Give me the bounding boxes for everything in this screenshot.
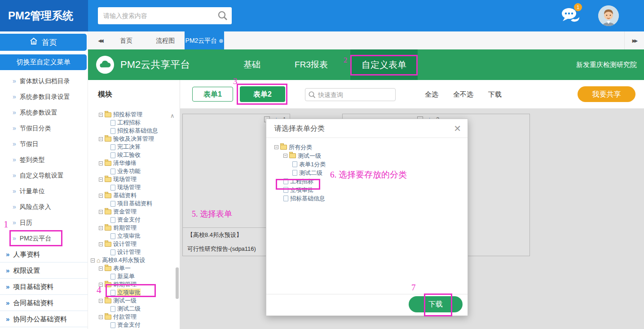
tree-node[interactable]: 新菜单 bbox=[88, 272, 180, 280]
collapse-toggle-icon[interactable]: − bbox=[283, 154, 287, 158]
modal-download-button[interactable]: 下载 bbox=[409, 296, 463, 312]
sidebar-item[interactable]: »风险点录入 bbox=[0, 199, 88, 215]
file-icon bbox=[110, 217, 115, 223]
share-button[interactable]: 我要共享 bbox=[578, 86, 635, 102]
collapse-toggle-icon[interactable]: − bbox=[99, 161, 103, 165]
tree-node[interactable]: −清华修缮 bbox=[88, 159, 180, 167]
tree-node[interactable]: 业务功能 bbox=[88, 167, 180, 175]
tree-node[interactable]: −验收及决算管理 bbox=[88, 135, 180, 143]
sidebar-item[interactable]: »自定义导航设置 bbox=[0, 168, 88, 183]
banner-nav-基础[interactable]: 基础 bbox=[238, 49, 266, 80]
tab-流程图[interactable]: 流程图 bbox=[148, 31, 182, 49]
collapse-toggle-icon[interactable]: − bbox=[99, 194, 103, 198]
tree-node[interactable]: −所有分类 bbox=[271, 143, 468, 151]
tree-node[interactable]: 竣工验收 bbox=[88, 151, 180, 159]
tab-scroll-left-icon[interactable]: ◀◀ bbox=[92, 31, 109, 49]
chat-icon[interactable]: 1 bbox=[560, 6, 581, 25]
tree-node[interactable]: 表单1分类 bbox=[271, 160, 468, 169]
tree-node-label: 现场管理 bbox=[113, 175, 137, 183]
tree-node[interactable]: 测试二级 bbox=[88, 305, 180, 313]
tree-node[interactable]: 资金支付 bbox=[88, 216, 180, 224]
collapse-toggle-icon[interactable]: − bbox=[99, 137, 103, 141]
tree-node-label: 立项审批 bbox=[290, 186, 313, 194]
tree-node[interactable]: 现场管理 bbox=[88, 183, 180, 191]
sidebar-home-button[interactable]: 首页 bbox=[0, 34, 87, 51]
collapse-toggle-icon[interactable]: − bbox=[99, 283, 103, 287]
tree-node[interactable]: 工程招标 bbox=[88, 119, 180, 127]
tree-node[interactable]: 立项审批 bbox=[88, 289, 180, 297]
sidebar-section-item[interactable]: »协同办公基础资料 bbox=[0, 311, 88, 327]
sidebar-item[interactable]: »窗体默认归档目录 bbox=[0, 73, 88, 89]
sidebar-section-item[interactable]: »权限设置 bbox=[0, 262, 88, 279]
double-chevron-icon: » bbox=[13, 156, 16, 163]
tree-node[interactable]: 工程招标 bbox=[271, 177, 468, 186]
tab-首页[interactable]: 首页 bbox=[112, 31, 140, 49]
tree-node[interactable]: 立项审批 bbox=[271, 186, 468, 194]
form1-button[interactable]: 表单1 bbox=[192, 87, 233, 102]
collapse-toggle-icon[interactable]: − bbox=[99, 242, 103, 246]
tree-node-label: 高校8.4邦永预设 bbox=[102, 256, 145, 264]
collapse-toggle-icon[interactable]: − bbox=[99, 113, 103, 117]
search-input[interactable] bbox=[103, 7, 211, 24]
sidebar-item[interactable]: »签到类型 bbox=[0, 152, 88, 168]
collapse-toggle-icon[interactable]: − bbox=[91, 258, 95, 262]
folder-icon bbox=[105, 177, 111, 182]
select-all-link[interactable]: 全选 bbox=[425, 80, 438, 109]
collapse-toggle-icon[interactable]: − bbox=[99, 267, 103, 271]
quick-search-input[interactable] bbox=[318, 89, 392, 101]
tree-node[interactable]: 立项审批 bbox=[88, 232, 180, 240]
download-link[interactable]: 下载 bbox=[488, 80, 502, 109]
tree-node[interactable]: −设计管理 bbox=[88, 240, 180, 248]
sidebar-section-item[interactable]: »项目基础资料 bbox=[0, 279, 88, 295]
sidebar-item[interactable]: »系统参数设置 bbox=[0, 105, 88, 120]
tree-node[interactable]: 招标基础信息 bbox=[271, 194, 468, 203]
collapse-toggle-icon[interactable]: − bbox=[99, 226, 103, 230]
sidebar-item[interactable]: »系统参数目录设置 bbox=[0, 89, 88, 105]
tab-PM2云平台[interactable]: PM2云平台⊗ bbox=[185, 31, 224, 49]
tree-node[interactable]: −付款管理 bbox=[88, 313, 180, 321]
form2-button[interactable]: 表单2 bbox=[240, 86, 285, 102]
sidebar-item-label: PM2云平台 bbox=[20, 235, 52, 242]
sidebar-item[interactable]: »日历 bbox=[0, 215, 88, 231]
tree-scrollbar-thumb[interactable] bbox=[176, 267, 179, 299]
tree-node[interactable]: −测试一级 bbox=[271, 151, 468, 160]
banner-nav-自定义表单[interactable]: 自定义表单 bbox=[350, 49, 418, 80]
tab-scroll-right-icon[interactable]: ▶▶ bbox=[624, 31, 644, 49]
tab-close-icon[interactable]: ⊗ bbox=[219, 38, 223, 44]
banner-nav-FR3报表[interactable]: FR3报表 bbox=[287, 49, 336, 80]
sidebar-section-item[interactable]: »合同基础资料 bbox=[0, 295, 88, 311]
collapse-toggle-icon[interactable]: − bbox=[99, 299, 103, 303]
tree-node[interactable]: −基础资料 bbox=[88, 191, 180, 200]
collapse-toggle-icon[interactable]: − bbox=[99, 315, 103, 319]
user-avatar[interactable] bbox=[598, 5, 619, 26]
tree-node[interactable]: −表单一 bbox=[88, 264, 180, 272]
search-icon[interactable] bbox=[217, 10, 228, 23]
tree-node[interactable]: −前期管理 bbox=[88, 224, 180, 232]
sidebar-item[interactable]: »节假日分类 bbox=[0, 120, 88, 136]
double-chevron-icon: » bbox=[13, 93, 16, 100]
tree-node[interactable]: 资金支付 bbox=[88, 321, 180, 329]
tree-node[interactable]: 设计管理 bbox=[88, 248, 180, 256]
file-icon bbox=[110, 120, 115, 126]
switch-custom-menu-button[interactable]: 切换至自定义菜单 bbox=[0, 54, 87, 70]
tree-node[interactable]: 完工决算 bbox=[88, 143, 180, 151]
tree-node[interactable]: −⌂高校8.4邦永预设 bbox=[88, 256, 180, 264]
tree-node[interactable]: −现场管理 bbox=[88, 175, 180, 183]
select-none-link[interactable]: 全不选 bbox=[453, 80, 473, 109]
tree-node[interactable]: 项目基础资料 bbox=[88, 200, 180, 208]
collapse-toggle-icon[interactable]: − bbox=[274, 145, 278, 149]
sidebar-section-item[interactable]: »人事资料 bbox=[0, 246, 88, 262]
tree-node[interactable]: −前期管理 bbox=[88, 280, 180, 289]
tree-scroll-up-icon[interactable]: ∧ bbox=[170, 112, 175, 119]
tree-node[interactable]: −招投标管理 bbox=[88, 111, 180, 119]
tree-node[interactable]: 测试二级 bbox=[271, 169, 468, 177]
tree-node[interactable]: −资金管理 bbox=[88, 208, 180, 216]
sidebar-item[interactable]: »计量单位 bbox=[0, 183, 88, 199]
tree-node[interactable]: −测试一级 bbox=[88, 297, 180, 305]
tree-node[interactable]: 招投标基础信息 bbox=[88, 127, 180, 135]
modal-close-icon[interactable]: ✕ bbox=[454, 123, 461, 134]
sidebar-item[interactable]: »节假日 bbox=[0, 136, 88, 152]
sidebar-item[interactable]: »PM2云平台 bbox=[0, 231, 88, 246]
collapse-toggle-icon[interactable]: − bbox=[99, 178, 103, 182]
collapse-toggle-icon[interactable]: − bbox=[99, 210, 103, 214]
